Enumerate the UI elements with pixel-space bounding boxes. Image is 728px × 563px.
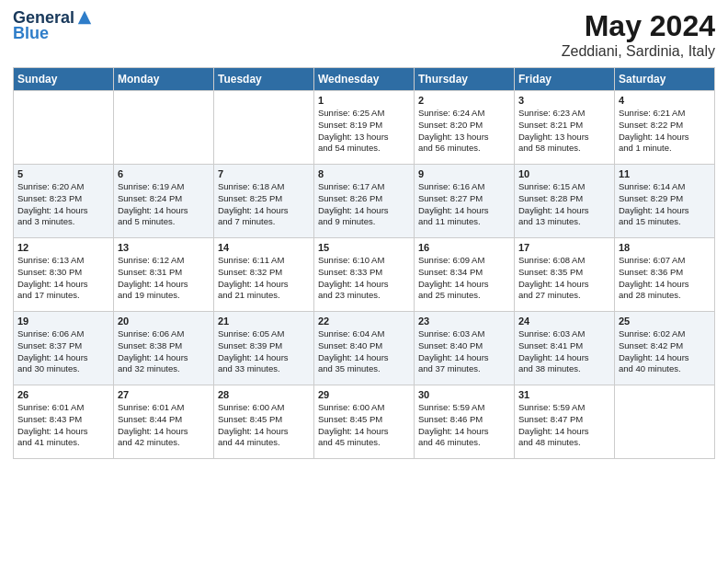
calendar-cell	[114, 91, 214, 165]
cell-info: Sunrise: 5:59 AM Sunset: 8:46 PM Dayligh…	[418, 402, 510, 449]
cell-info: Sunrise: 6:08 AM Sunset: 8:35 PM Dayligh…	[518, 255, 610, 302]
cell-info: Sunrise: 6:18 AM Sunset: 8:25 PM Dayligh…	[218, 181, 310, 228]
calendar-title: May 2024	[562, 9, 715, 43]
cell-info: Sunrise: 5:59 AM Sunset: 8:47 PM Dayligh…	[518, 402, 610, 449]
day-number: 31	[518, 389, 610, 400]
calendar-cell: 6Sunrise: 6:19 AM Sunset: 8:24 PM Daylig…	[114, 165, 214, 238]
day-number: 25	[619, 316, 711, 327]
cell-info: Sunrise: 6:15 AM Sunset: 8:28 PM Dayligh…	[518, 181, 610, 228]
day-number: 15	[318, 242, 410, 253]
cell-info: Sunrise: 6:01 AM Sunset: 8:44 PM Dayligh…	[118, 402, 210, 449]
calendar-cell: 4Sunrise: 6:21 AM Sunset: 8:22 PM Daylig…	[615, 91, 715, 165]
calendar-cell: 1Sunrise: 6:25 AM Sunset: 8:19 PM Daylig…	[314, 91, 415, 165]
day-number: 1	[318, 95, 410, 106]
days-header-row: SundayMondayTuesdayWednesdayThursdayFrid…	[14, 68, 715, 91]
day-number: 16	[418, 242, 510, 253]
day-header-wednesday: Wednesday	[314, 68, 415, 91]
day-number: 23	[418, 316, 510, 327]
calendar-cell: 11Sunrise: 6:14 AM Sunset: 8:29 PM Dayli…	[615, 165, 715, 238]
calendar-cell: 29Sunrise: 6:00 AM Sunset: 8:45 PM Dayli…	[314, 385, 415, 459]
cell-info: Sunrise: 6:03 AM Sunset: 8:40 PM Dayligh…	[418, 328, 510, 375]
day-number: 19	[17, 316, 109, 327]
calendar-cell: 22Sunrise: 6:04 AM Sunset: 8:40 PM Dayli…	[314, 312, 415, 385]
logo-icon	[76, 9, 93, 26]
day-number: 20	[118, 316, 210, 327]
calendar-cell: 30Sunrise: 5:59 AM Sunset: 8:46 PM Dayli…	[415, 385, 515, 459]
day-number: 28	[218, 389, 310, 400]
day-number: 29	[318, 389, 410, 400]
calendar-cell	[14, 91, 114, 165]
day-number: 6	[118, 168, 210, 179]
calendar-cell	[615, 385, 715, 459]
cell-info: Sunrise: 6:19 AM Sunset: 8:24 PM Dayligh…	[118, 181, 210, 228]
cell-info: Sunrise: 6:03 AM Sunset: 8:41 PM Dayligh…	[518, 328, 610, 375]
logo: General Blue	[13, 9, 93, 43]
cell-info: Sunrise: 6:17 AM Sunset: 8:26 PM Dayligh…	[318, 181, 410, 228]
week-row-5: 26Sunrise: 6:01 AM Sunset: 8:43 PM Dayli…	[14, 385, 715, 459]
week-row-3: 12Sunrise: 6:13 AM Sunset: 8:30 PM Dayli…	[14, 238, 715, 312]
day-header-sunday: Sunday	[14, 68, 114, 91]
cell-info: Sunrise: 6:09 AM Sunset: 8:34 PM Dayligh…	[418, 255, 510, 302]
cell-info: Sunrise: 6:01 AM Sunset: 8:43 PM Dayligh…	[17, 402, 109, 449]
calendar-cell: 24Sunrise: 6:03 AM Sunset: 8:41 PM Dayli…	[515, 312, 615, 385]
day-number: 9	[418, 168, 510, 179]
day-number: 7	[218, 168, 310, 179]
day-number: 10	[518, 168, 610, 179]
cell-info: Sunrise: 6:14 AM Sunset: 8:29 PM Dayligh…	[619, 181, 711, 228]
cell-info: Sunrise: 6:21 AM Sunset: 8:22 PM Dayligh…	[619, 108, 711, 155]
svg-marker-0	[78, 11, 91, 24]
cell-info: Sunrise: 6:25 AM Sunset: 8:19 PM Dayligh…	[318, 108, 410, 155]
cell-info: Sunrise: 6:00 AM Sunset: 8:45 PM Dayligh…	[318, 402, 410, 449]
day-header-thursday: Thursday	[415, 68, 515, 91]
cell-info: Sunrise: 6:07 AM Sunset: 8:36 PM Dayligh…	[619, 255, 711, 302]
cell-info: Sunrise: 6:11 AM Sunset: 8:32 PM Dayligh…	[218, 255, 310, 302]
day-number: 8	[318, 168, 410, 179]
day-number: 30	[418, 389, 510, 400]
calendar-cell: 2Sunrise: 6:24 AM Sunset: 8:20 PM Daylig…	[415, 91, 515, 165]
cell-info: Sunrise: 6:13 AM Sunset: 8:30 PM Dayligh…	[17, 255, 109, 302]
week-row-1: 1Sunrise: 6:25 AM Sunset: 8:19 PM Daylig…	[14, 91, 715, 165]
day-number: 5	[17, 168, 109, 179]
cell-info: Sunrise: 6:06 AM Sunset: 8:37 PM Dayligh…	[17, 328, 109, 375]
day-number: 18	[619, 242, 711, 253]
day-header-friday: Friday	[515, 68, 615, 91]
calendar-cell: 23Sunrise: 6:03 AM Sunset: 8:40 PM Dayli…	[415, 312, 515, 385]
calendar-cell: 25Sunrise: 6:02 AM Sunset: 8:42 PM Dayli…	[615, 312, 715, 385]
calendar-cell: 18Sunrise: 6:07 AM Sunset: 8:36 PM Dayli…	[615, 238, 715, 312]
calendar-cell: 14Sunrise: 6:11 AM Sunset: 8:32 PM Dayli…	[214, 238, 314, 312]
calendar-cell: 19Sunrise: 6:06 AM Sunset: 8:37 PM Dayli…	[14, 312, 114, 385]
day-number: 13	[118, 242, 210, 253]
cell-info: Sunrise: 6:12 AM Sunset: 8:31 PM Dayligh…	[118, 255, 210, 302]
calendar-table: SundayMondayTuesdayWednesdayThursdayFrid…	[13, 67, 715, 459]
page: General Blue May 2024 Zeddiani, Sardinia…	[0, 0, 728, 468]
calendar-cell: 26Sunrise: 6:01 AM Sunset: 8:43 PM Dayli…	[14, 385, 114, 459]
day-number: 4	[619, 95, 711, 106]
calendar-cell: 8Sunrise: 6:17 AM Sunset: 8:26 PM Daylig…	[314, 165, 415, 238]
day-number: 12	[17, 242, 109, 253]
logo-blue: Blue	[13, 24, 49, 43]
calendar-cell: 10Sunrise: 6:15 AM Sunset: 8:28 PM Dayli…	[515, 165, 615, 238]
calendar-cell: 5Sunrise: 6:20 AM Sunset: 8:23 PM Daylig…	[14, 165, 114, 238]
calendar-cell: 12Sunrise: 6:13 AM Sunset: 8:30 PM Dayli…	[14, 238, 114, 312]
cell-info: Sunrise: 6:05 AM Sunset: 8:39 PM Dayligh…	[218, 328, 310, 375]
calendar-cell: 7Sunrise: 6:18 AM Sunset: 8:25 PM Daylig…	[214, 165, 314, 238]
day-number: 3	[518, 95, 610, 106]
cell-info: Sunrise: 6:23 AM Sunset: 8:21 PM Dayligh…	[518, 108, 610, 155]
calendar-cell: 17Sunrise: 6:08 AM Sunset: 8:35 PM Dayli…	[515, 238, 615, 312]
calendar-cell	[214, 91, 314, 165]
day-number: 27	[118, 389, 210, 400]
day-number: 14	[218, 242, 310, 253]
calendar-cell: 20Sunrise: 6:06 AM Sunset: 8:38 PM Dayli…	[114, 312, 214, 385]
day-number: 24	[518, 316, 610, 327]
week-row-4: 19Sunrise: 6:06 AM Sunset: 8:37 PM Dayli…	[14, 312, 715, 385]
calendar-cell: 15Sunrise: 6:10 AM Sunset: 8:33 PM Dayli…	[314, 238, 415, 312]
cell-info: Sunrise: 6:24 AM Sunset: 8:20 PM Dayligh…	[418, 108, 510, 155]
calendar-cell: 31Sunrise: 5:59 AM Sunset: 8:47 PM Dayli…	[515, 385, 615, 459]
cell-info: Sunrise: 6:20 AM Sunset: 8:23 PM Dayligh…	[17, 181, 109, 228]
calendar-cell: 28Sunrise: 6:00 AM Sunset: 8:45 PM Dayli…	[214, 385, 314, 459]
cell-info: Sunrise: 6:06 AM Sunset: 8:38 PM Dayligh…	[118, 328, 210, 375]
calendar-subtitle: Zeddiani, Sardinia, Italy	[562, 43, 715, 60]
day-header-tuesday: Tuesday	[214, 68, 314, 91]
cell-info: Sunrise: 6:04 AM Sunset: 8:40 PM Dayligh…	[318, 328, 410, 375]
cell-info: Sunrise: 6:02 AM Sunset: 8:42 PM Dayligh…	[619, 328, 711, 375]
